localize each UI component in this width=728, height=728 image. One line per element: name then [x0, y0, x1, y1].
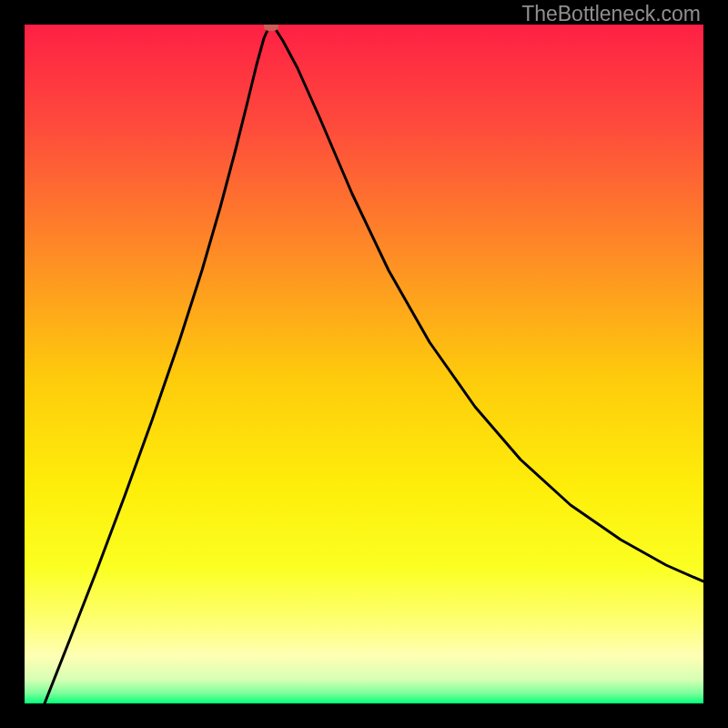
plot-area: [25, 25, 703, 703]
chart-svg: [25, 25, 703, 703]
watermark-label: TheBottleneck.com: [521, 2, 701, 26]
chart-frame: TheBottleneck.com: [0, 0, 728, 728]
optimal-marker: [264, 25, 278, 31]
gradient-background: [25, 25, 703, 703]
